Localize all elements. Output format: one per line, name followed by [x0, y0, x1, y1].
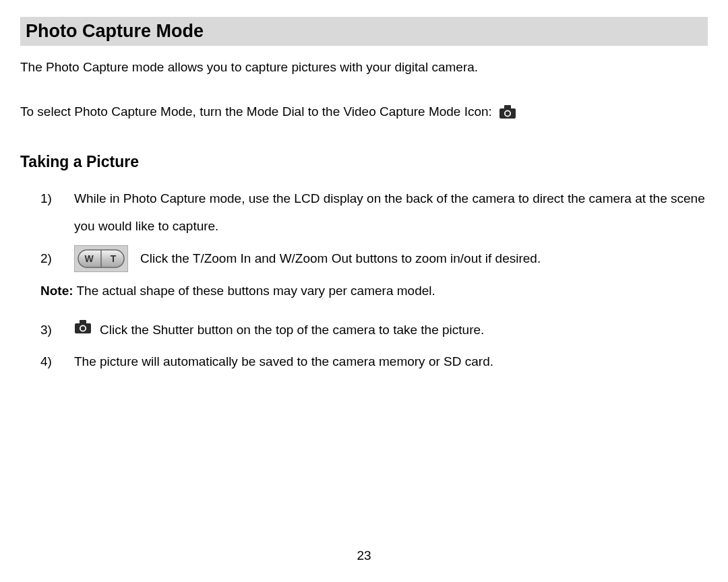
- camera-icon: [74, 316, 92, 344]
- step-3-number: 3): [40, 316, 74, 344]
- select-mode-text: To select Photo Capture Mode, turn the M…: [20, 104, 492, 119]
- svg-rect-10: [80, 320, 86, 324]
- step-3-text: Click the Shutter button on the top of t…: [100, 316, 484, 344]
- intro-paragraph: The Photo Capture mode allows you to cap…: [20, 58, 708, 77]
- svg-point-12: [81, 326, 85, 330]
- zoom-wt-button-icon: W T: [74, 245, 128, 272]
- svg-rect-1: [504, 105, 511, 109]
- note-line: Note: The actual shape of these buttons …: [40, 277, 708, 305]
- step-4: 4) The picture will automatically be sav…: [40, 348, 708, 376]
- step-2-number: 2): [40, 245, 74, 273]
- step-1: 1) While in Photo Capture mode, use the …: [40, 185, 708, 241]
- steps-list-continued: 3) Click the Shutter button on the top o…: [20, 316, 708, 377]
- sub-heading: Taking a Picture: [20, 153, 708, 171]
- page-number: 23: [0, 548, 728, 563]
- step-1-text: While in Photo Capture mode, use the LCD…: [74, 185, 708, 241]
- note-text: The actual shape of these buttons may va…: [73, 284, 435, 298]
- steps-list: 1) While in Photo Capture mode, use the …: [20, 185, 708, 273]
- select-mode-paragraph: To select Photo Capture Mode, turn the M…: [20, 104, 708, 119]
- svg-point-3: [506, 111, 510, 115]
- step-4-text: The picture will automatically be saved …: [74, 348, 493, 376]
- camera-icon: [499, 104, 516, 119]
- step-4-number: 4): [40, 348, 74, 376]
- step-3: 3) Click the Shutter button on the top o…: [40, 316, 708, 344]
- svg-text:W: W: [84, 253, 94, 264]
- step-2-text: Click the T/Zoom In and W/Zoom Out butto…: [140, 245, 541, 273]
- svg-text:T: T: [111, 253, 117, 264]
- step-2: 2) W T Clic: [40, 245, 708, 273]
- step-1-number: 1): [40, 185, 74, 241]
- note-label: Note:: [40, 284, 73, 298]
- section-heading: Photo Capture Mode: [20, 17, 708, 46]
